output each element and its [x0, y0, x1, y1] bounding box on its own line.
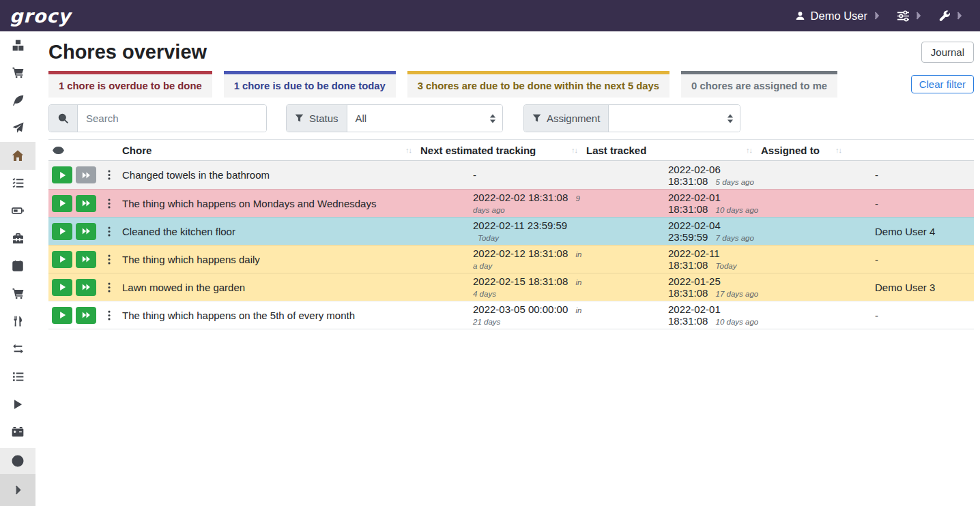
track-chore-execution-button[interactable] — [52, 195, 72, 212]
sidebar-item-chore-tracking[interactable] — [0, 391, 35, 419]
sidebar-item-chores-overview[interactable] — [0, 142, 35, 170]
summary-card-label: 1 chore is due to be done today — [234, 80, 386, 91]
sidebar-item-tasks[interactable] — [0, 170, 35, 198]
row-menu-button[interactable] — [106, 168, 113, 181]
row-actions — [48, 279, 122, 296]
row-menu-button[interactable] — [106, 197, 113, 210]
calendar-icon — [12, 261, 23, 271]
grocy-logo[interactable]: grocy — [10, 5, 71, 27]
chore-name: Lawn mowed in the garden — [122, 282, 420, 293]
sidebar-item-shopping-list[interactable] — [0, 59, 35, 87]
chore-name: Changed towels in the bathroom — [122, 169, 420, 181]
last-tracked-cell: 2022-02-04 23:59:59 7 days ago — [586, 220, 761, 243]
user-name: Demo User — [811, 10, 867, 23]
last-tracked-date: 2022-02-01 18:31:08 — [668, 192, 721, 215]
play-icon — [59, 311, 66, 319]
summary-card[interactable]: 0 chores are assigned to me — [681, 71, 837, 98]
next-tracking-date: 2022-02-02 18:31:08 — [473, 192, 568, 203]
filter-funnel-icon — [532, 114, 541, 123]
chores-table-header: Chore ↑↓ Next estimated tracking ↑↓ Last… — [48, 139, 974, 161]
sidebar-item-user-settings[interactable] — [0, 448, 35, 474]
track-chore-execution-button[interactable] — [52, 223, 72, 240]
status-select[interactable]: All — [347, 105, 502, 132]
clear-filter-button[interactable]: Clear filter — [911, 75, 974, 93]
row-actions — [48, 195, 122, 212]
sidebar-item-equipment[interactable] — [0, 225, 35, 253]
house-icon — [12, 149, 24, 162]
sidebar-item-consume[interactable] — [0, 308, 35, 336]
skip-chore-execution-button — [76, 166, 96, 183]
row-actions — [48, 223, 122, 240]
skip-chore-execution-button[interactable] — [76, 223, 96, 240]
last-tracked-cell: 2022-02-11 18:31:08 Today — [586, 248, 761, 271]
search-input[interactable] — [78, 105, 266, 132]
next-estimated-tracking-cell: 2022-02-15 18:31:08 in 4 days — [420, 276, 586, 299]
journal-button[interactable]: Journal — [921, 42, 974, 63]
sidebar-item-purchase[interactable] — [0, 280, 35, 308]
next-tracking-date: - — [473, 169, 476, 181]
track-chore-execution-button[interactable] — [52, 251, 72, 268]
sidebar-item-stock-overview[interactable] — [0, 31, 35, 59]
status-filter-group: Status All — [286, 104, 503, 132]
fast-forward-icon — [82, 227, 91, 235]
sidebar-item-recipes[interactable] — [0, 87, 35, 115]
column-header-assigned-to[interactable]: Assigned to ↑↓ — [761, 145, 850, 156]
assignment-filter-label: Assignment — [524, 105, 609, 132]
user-menu[interactable]: Demo User — [795, 10, 880, 23]
select-caret-icon — [490, 114, 496, 123]
sidebar-item-collapse-sidebar[interactable] — [0, 474, 35, 506]
status-select-value: All — [356, 113, 367, 124]
play-icon — [59, 199, 66, 207]
car-battery-icon — [12, 426, 24, 438]
row-menu-button[interactable] — [106, 225, 113, 238]
sidebar-item-calendar[interactable] — [0, 252, 35, 280]
chore-row: The thing which happens on the 5th of ev… — [48, 301, 974, 329]
track-chore-execution-button[interactable] — [52, 307, 72, 324]
eye-icon — [53, 145, 64, 156]
column-header-chore[interactable]: Chore ↑↓ — [122, 145, 420, 156]
select-caret-icon — [727, 114, 734, 123]
skip-chore-execution-button[interactable] — [76, 251, 96, 268]
chores-table-body: Changed towels in the bathroom - 2022-02… — [48, 161, 974, 329]
next-estimated-tracking-cell: 2022-02-12 18:31:08 in a day — [420, 248, 586, 271]
next-estimated-tracking-cell: 2022-03-05 00:00:00 in 21 days — [420, 303, 586, 327]
sidebar-item-battery-tracking[interactable] — [0, 418, 35, 446]
skip-chore-execution-button[interactable] — [76, 195, 96, 212]
chore-row: Cleaned the kitchen floor 2022-02-11 23:… — [48, 217, 974, 245]
column-header-last-tracked[interactable]: Last tracked ↑↓ — [586, 145, 761, 156]
sliders-icon — [897, 10, 909, 22]
sidebar-item-transfer[interactable] — [0, 336, 35, 363]
manage-master-data-menu[interactable] — [897, 10, 921, 22]
row-menu-button[interactable] — [106, 281, 113, 294]
chevron-right-icon — [874, 12, 880, 20]
skip-chore-execution-button[interactable] — [76, 279, 96, 296]
last-tracked-cell: 2022-02-06 18:31:08 5 days ago — [586, 164, 761, 187]
search-icon — [58, 113, 69, 124]
skip-chore-execution-button[interactable] — [76, 307, 96, 324]
sort-icon: ↑↓ — [405, 146, 412, 154]
summary-card[interactable]: 1 chore is overdue to be done — [48, 71, 212, 98]
main-content: Chores overview Journal 1 chore is overd… — [35, 31, 980, 506]
play-icon — [59, 283, 66, 291]
filter-bar: Status All Assignment — [48, 104, 974, 132]
row-actions — [48, 307, 122, 324]
chore-row: Changed towels in the bathroom - 2022-02… — [48, 161, 974, 189]
column-header-visibility[interactable] — [48, 145, 122, 156]
vertical-ellipsis-icon — [108, 254, 111, 265]
track-chore-execution-button[interactable] — [52, 166, 72, 183]
sort-icon: ↑↓ — [571, 146, 577, 154]
summary-card-label: 3 chores are due to be done within the n… — [418, 80, 659, 91]
summary-card[interactable]: 3 chores are due to be done within the n… — [407, 71, 669, 98]
track-chore-execution-button[interactable] — [52, 279, 72, 296]
column-header-next-estimated-tracking[interactable]: Next estimated tracking ↑↓ — [420, 145, 586, 156]
row-menu-button[interactable] — [106, 309, 113, 322]
sidebar-item-meal-plan[interactable] — [0, 115, 35, 143]
assignment-select[interactable] — [609, 105, 740, 132]
row-menu-button[interactable] — [106, 253, 113, 266]
summary-card[interactable]: 1 chore is due to be done today — [224, 71, 396, 98]
sidebar-item-inventory[interactable] — [0, 363, 35, 391]
settings-menu[interactable] — [939, 10, 962, 21]
assigned-to-cell: - — [761, 254, 974, 265]
sidebar-item-batteries-overview[interactable] — [0, 197, 35, 225]
feather-icon — [12, 95, 24, 106]
